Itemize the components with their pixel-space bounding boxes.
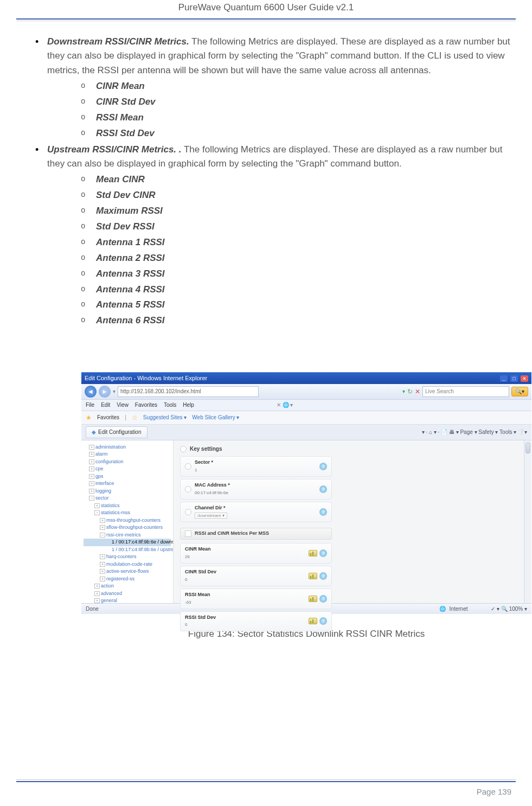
tree-node[interactable]: +advanced [84,590,171,598]
menu-tools[interactable]: Tools [164,401,176,410]
doc-title: PureWave Quantum 6600 User Guide v2.1 [178,2,354,12]
key-row: Sector *1? [180,456,332,477]
sub-item: CINR Mean [81,79,516,94]
close-button[interactable]: × [521,375,528,382]
tree-node[interactable]: +general [84,597,171,603]
graph-button[interactable] [309,618,317,624]
graph-button[interactable] [309,596,317,602]
sub-item: Antenna 2 RSSI [81,251,516,266]
tree-node[interactable]: +statistics [84,502,171,510]
tree-node[interactable]: +sflow-throughput-counters [84,524,171,532]
metrics-section-header: RSSI and CINR Metrics Per MSS [180,528,332,540]
metric-row: CINR Std Dev0? [180,566,332,586]
search-go-button[interactable]: 🔍▾ [511,387,528,396]
sub-item: Std Dev CINR [81,188,516,203]
window-title: Edit Configuration - Windows Internet Ex… [85,374,207,383]
grid-icon [185,530,191,537]
lead-upstream: Upstream RSSI/CINR Metrics. . [47,144,182,155]
sub-item: Antenna 3 RSSI [81,266,516,282]
menu-edit[interactable]: Edit [101,401,110,410]
metric-row: RSSI Mean-63? [180,588,332,609]
tree-node[interactable]: +harq-counters [84,553,171,561]
maximize-button[interactable]: □ [510,375,518,382]
tree-node[interactable]: +modulation-code-rate [84,561,171,568]
tree-node[interactable]: +cpe [84,465,171,473]
tree-node[interactable]: +interface [84,480,171,488]
screenshot-figure: Edit Configuration - Windows Internet Ex… [81,372,531,641]
tree-node[interactable]: +alarm [84,451,171,458]
vertical-scrollbar[interactable] [524,440,531,603]
sub-item: RSSI Mean [81,110,516,126]
sub-item: CINR Std Dev [81,94,516,110]
sub-item: RSSI Std Dev [81,126,516,142]
nav-tree[interactable]: +administration+alarm+configuration+cpe+… [81,440,174,603]
tree-node[interactable]: −sector [84,495,171,502]
search-field[interactable]: Live Search [422,386,509,397]
tree-node[interactable]: 1 / 00:17:c4:8f:9b:6e / downstream [84,539,171,546]
url-field[interactable]: http://192.168.200.102/index.html [118,386,259,397]
key-icon [185,486,191,492]
tree-node[interactable]: 1 / 00:17:c4:8f:9b:6e / upstream [84,546,171,554]
key-icon [185,509,191,515]
star-icon: ★ [86,413,92,423]
key-row: Channel Dir *downstream ▾? [180,502,332,522]
graph-button[interactable] [309,550,317,556]
menu-help[interactable]: Help [183,401,194,410]
favorites-bar: ★ Favorites | ☆ Suggested Sites ▾ Web Sl… [81,411,531,425]
webslice-link[interactable]: Web Slice Gallery ▾ [192,413,239,422]
key-row: MAC Address *00:17:c4:8f:9b:6e? [180,479,332,500]
tree-node[interactable]: +gps [84,473,171,481]
tree-node[interactable]: +active-service-flows [84,568,171,575]
tree-node[interactable]: +action [84,583,171,590]
help-icon[interactable]: ? [319,485,327,493]
tree-node[interactable]: +registered-ss [84,575,171,583]
app-area: +administration+alarm+configuration+cpe+… [81,440,531,603]
tree-node[interactable]: +mss-throughput-counters [84,517,171,524]
body-content: Downstream RSSI/CINR Metrics. The follow… [16,20,516,642]
minimize-button[interactable]: _ [500,375,508,382]
tab-tools[interactable]: ▾ · ⌂ ▾ · 📄 🖶 ▾ Page ▾ Safety ▾ Tools ▾ … [422,428,527,437]
help-icon[interactable]: ? [319,463,327,470]
metric-row: CINR Mean26? [180,543,332,564]
key-settings-header: Key settings [180,445,525,453]
titlebar: Edit Configuration - Windows Internet Ex… [81,373,531,384]
address-bar: ◄ ► ▾ http://192.168.200.102/index.html … [81,384,531,400]
tree-node[interactable]: +logging [84,488,171,495]
sub-item: Antenna 6 RSSI [81,313,516,329]
sub-item: Maximum RSSI [81,203,516,219]
help-icon[interactable]: ? [319,595,327,603]
browser-window: Edit Configuration - Windows Internet Ex… [81,372,531,614]
tree-node[interactable]: +administration [84,444,171,451]
footer-rule [16,779,516,780]
help-icon[interactable]: ? [319,572,327,580]
menu-view[interactable]: View [117,401,129,410]
help-icon[interactable]: ? [319,549,327,557]
sub-item: Antenna 5 RSSI [81,297,516,313]
back-button[interactable]: ◄ [85,386,97,398]
sub-item: Antenna 1 RSSI [81,235,516,251]
window-buttons: _ □ × [499,374,528,383]
tab-edit-configuration[interactable]: ◆ Edit Configuration [86,426,148,438]
sub-item: Std Dev RSSI [81,219,516,235]
help-icon[interactable]: ? [319,508,327,516]
main-panel: Key settings Sector *1?MAC Address *00:1… [174,440,531,603]
tab-bar: ◆ Edit Configuration ▾ · ⌂ ▾ · 📄 🖶 ▾ Pag… [81,425,531,440]
favorites-label[interactable]: Favorites [97,413,119,422]
page-header: PureWave Quantum 6600 User Guide v2.1 [16,0,516,20]
tree-node[interactable]: −rssi-cinr-metrics [84,532,171,539]
tree-node[interactable]: +configuration [84,458,171,466]
sub-item: Antenna 4 RSSI [81,282,516,298]
graph-button[interactable] [309,573,317,579]
status-text: Done [86,605,99,613]
tree-node[interactable]: −statistics-mss [84,509,171,517]
key-icon [185,463,191,470]
menu-favorites[interactable]: Favorites [135,401,157,410]
sub-item: Mean CINR [81,172,516,188]
suggested-sites-link[interactable]: Suggested Sites ▾ [143,413,187,422]
help-icon[interactable]: ? [319,617,327,625]
bullet-upstream: Upstream RSSI/CINR Metrics. . The follow… [35,143,516,329]
menu-bar: File Edit View Favorites Tools Help ✕ 🌐 … [81,400,531,411]
menu-file[interactable]: File [86,401,94,410]
forward-button[interactable]: ► [99,386,111,398]
bullet-downstream: Downstream RSSI/CINR Metrics. The follow… [35,35,516,142]
